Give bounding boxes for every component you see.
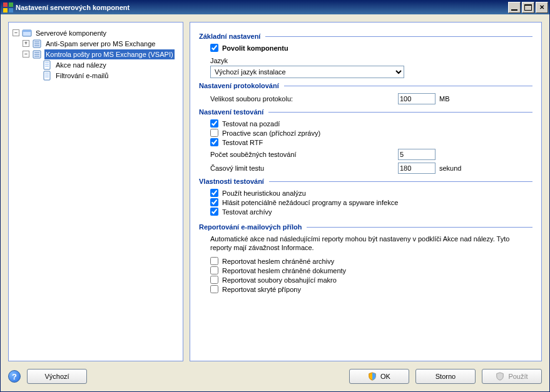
window: Nastavení serverových komponent − Server… [0, 0, 550, 392]
language-group: Jazyk Výchozí jazyk instalace [199, 57, 532, 78]
svg-rect-1 [9, 3, 13, 7]
language-label: Jazyk [210, 57, 532, 64]
log-size-label: Velikost souboru protokolu: [210, 95, 398, 103]
client-area: − Serverové komponenty + Anti-Spam serve… [1, 14, 549, 391]
heur-row: Použít heuristickou analýzu [199, 189, 532, 197]
heur-checkbox[interactable] [210, 189, 218, 197]
section-testing: Nastavení testování [199, 108, 532, 116]
pw-arch-label: Reportovat heslem chráněné archivy [222, 258, 334, 265]
pw-doc-checkbox[interactable] [210, 266, 218, 274]
page-icon [42, 71, 52, 81]
tree-label: Filtrování e-mailů [54, 71, 109, 81]
tree-root[interactable]: − Serverové komponenty [13, 28, 179, 38]
section-title: Nastavení testování [199, 108, 263, 116]
minimize-button[interactable] [508, 2, 521, 13]
arch-checkbox[interactable] [210, 208, 218, 216]
svg-rect-8 [44, 61, 50, 69]
page-icon [42, 60, 52, 70]
enable-component-label: Povolit komponentu [222, 44, 288, 52]
concurrent-input[interactable] [398, 149, 435, 160]
module-icon [32, 39, 42, 49]
log-size-input[interactable] [398, 93, 435, 104]
hidden-row: Reportovat skryté přípony [199, 285, 532, 293]
tree-panel: − Serverové komponenty + Anti-Spam serve… [8, 22, 183, 361]
bg-test-checkbox[interactable] [210, 119, 218, 128]
bg-test-row: Testovat na pozadí [199, 119, 532, 128]
timeout-unit: sekund [439, 164, 461, 172]
macro-checkbox[interactable] [210, 276, 218, 284]
close-button[interactable] [536, 2, 548, 13]
pup-label: Hlásit potenciálně nežádoucí programy a … [222, 199, 398, 206]
tree-vsapi[interactable]: − Kontrola pošty pro MS Exchange (VSAPI) [13, 49, 179, 59]
svg-rect-5 [23, 30, 31, 32]
section-title: Nastavení protokolování [199, 82, 279, 89]
button-bar: ? Výchozí OK Storno Použít [8, 369, 542, 384]
svg-rect-2 [3, 8, 8, 13]
macro-row: Reportovat soubory obsahující makro [199, 276, 532, 284]
svg-rect-3 [9, 8, 13, 13]
arch-row: Testovat archívy [199, 208, 532, 216]
folder-icon [22, 28, 32, 38]
section-properties: Vlastnosti testování [199, 178, 532, 185]
concurrent-row: Počet souběžných testování [199, 149, 532, 160]
section-reporting: Reportování e-mailových příloh [199, 223, 532, 231]
divider [269, 181, 532, 182]
log-size-row: Velikost souboru protokolu: MB [199, 93, 532, 104]
divider [265, 36, 532, 37]
pw-doc-label: Reportovat heslem chráněné dokumenty [222, 267, 346, 274]
default-button[interactable]: Výchozí [27, 369, 87, 384]
svg-rect-9 [44, 71, 50, 80]
tree-antispam[interactable]: + Anti-Spam server pro MS Exchange [13, 38, 179, 49]
tree-label: Akce nad nálezy [54, 60, 108, 70]
section-logging: Nastavení protokolování [199, 82, 532, 89]
reporting-description: Automatické akce nad následujícími repor… [210, 234, 532, 252]
panels: − Serverové komponenty + Anti-Spam serve… [8, 22, 542, 361]
apply-button[interactable]: Použít [482, 369, 542, 384]
tree-label: Serverové komponenty [34, 28, 108, 38]
hidden-label: Reportovat skryté přípony [222, 286, 301, 293]
timeout-label: Časový limit testu [210, 164, 398, 172]
section-title: Základní nastavení [199, 33, 260, 40]
divider [268, 112, 532, 113]
help-icon[interactable]: ? [8, 370, 21, 383]
pw-doc-row: Reportovat heslem chráněné dokumenty [199, 266, 532, 274]
hidden-checkbox[interactable] [210, 285, 218, 293]
heur-label: Použít heuristickou analýzu [222, 189, 306, 197]
tree-filtering[interactable]: Filtrování e-mailů [13, 70, 179, 81]
pw-arch-checkbox[interactable] [210, 257, 218, 265]
section-basic: Základní nastavení [199, 33, 532, 40]
proactive-checkbox[interactable] [210, 129, 218, 137]
pw-arch-row: Reportovat heslem chráněné archivy [199, 257, 532, 265]
collapse-icon[interactable]: − [23, 51, 29, 58]
maximize-button[interactable] [522, 2, 534, 13]
shield-icon [368, 372, 377, 381]
content-panel: Základní nastavení Povolit komponentu Ja… [190, 22, 542, 361]
timeout-row: Časový limit testu sekund [199, 163, 532, 174]
language-select[interactable]: Výchozí jazyk instalace [210, 66, 404, 78]
collapse-icon[interactable]: − [13, 29, 19, 36]
ok-button[interactable]: OK [349, 369, 409, 384]
titlebar: Nastavení serverových komponent [1, 1, 549, 14]
tree-label: Anti-Spam server pro MS Exchange [44, 39, 156, 49]
tree-label-selected: Kontrola pošty pro MS Exchange (VSAPI) [44, 49, 175, 59]
divider [307, 227, 532, 228]
rtf-label: Testovat RTF [222, 139, 263, 146]
section-title: Vlastnosti testování [199, 178, 264, 185]
pup-checkbox[interactable] [210, 198, 218, 206]
timeout-input[interactable] [398, 163, 435, 174]
concurrent-label: Počet souběžných testování [210, 151, 398, 158]
app-icon [3, 3, 13, 13]
enable-component-checkbox[interactable] [210, 44, 218, 52]
cancel-button[interactable]: Storno [415, 369, 476, 384]
tree-actions[interactable]: Akce nad nálezy [13, 59, 179, 70]
proactive-label: Proactive scan (příchozí zprávy) [222, 129, 320, 137]
window-title: Nastavení serverových komponent [16, 4, 507, 11]
rtf-checkbox[interactable] [210, 138, 218, 146]
expand-icon[interactable]: + [23, 40, 29, 47]
tree: − Serverové komponenty + Anti-Spam serve… [13, 28, 179, 81]
macro-label: Reportovat soubory obsahující makro [222, 276, 337, 284]
module-icon [32, 49, 42, 59]
section-title: Reportování e-mailových příloh [199, 223, 302, 231]
proactive-row: Proactive scan (příchozí zprávy) [199, 129, 532, 137]
enable-component-row: Povolit komponentu [210, 44, 532, 52]
